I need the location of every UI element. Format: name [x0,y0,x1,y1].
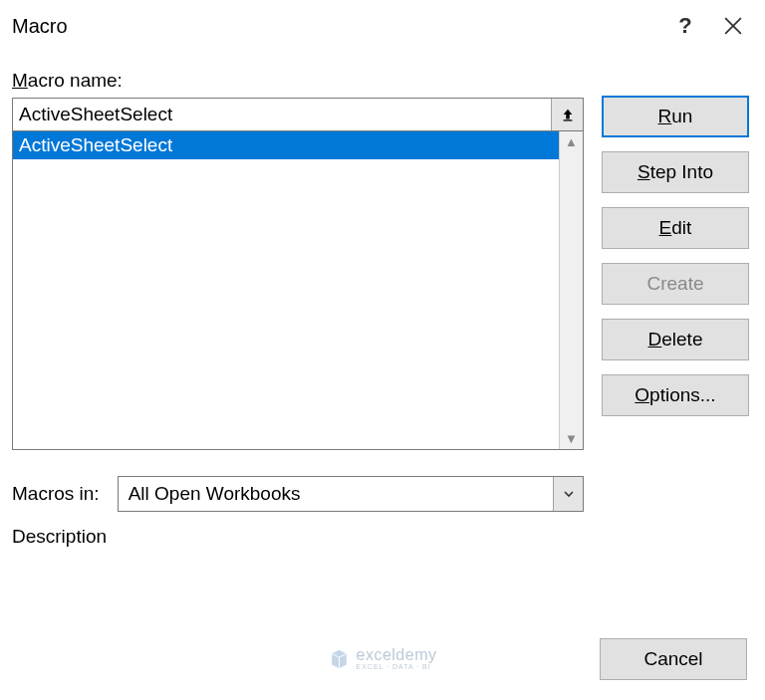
run-button[interactable]: Run [602,96,749,137]
close-icon [724,17,742,35]
dropdown-button[interactable] [553,477,583,511]
macro-name-row [12,98,584,131]
watermark: exceldemy EXCEL · DATA · BI [329,647,437,670]
left-panel: Macro name: ActiveSheetSelect ▲ ▼ Macros… [12,64,584,548]
footer: Cancel [600,638,747,680]
button-panel: Run Step Into Edit Create Delete Options… [602,64,749,548]
watermark-text: exceldemy [357,647,437,663]
macros-in-select[interactable]: All Open Workbooks [118,476,584,512]
macros-in-row: Macros in: All Open Workbooks [12,476,584,512]
scroll-up-icon[interactable]: ▲ [565,135,578,148]
scroll-down-icon[interactable]: ▼ [565,432,578,445]
arrow-up-icon [561,108,575,121]
delete-button[interactable]: Delete [602,319,749,360]
macro-name-label: Macro name: [12,70,584,92]
edit-button[interactable]: Edit [602,207,749,249]
reference-button[interactable] [551,99,583,130]
title-bar: Macro ? [0,0,765,52]
macro-listbox[interactable]: ActiveSheetSelect ▲ ▼ [12,131,584,450]
step-into-button[interactable]: Step Into [602,151,749,193]
dialog-title: Macro [12,15,661,38]
description-label: Description [12,526,584,548]
list-item[interactable]: ActiveSheetSelect [13,131,559,159]
macro-list-content: ActiveSheetSelect [13,131,559,449]
cancel-button[interactable]: Cancel [600,638,747,680]
scrollbar[interactable]: ▲ ▼ [559,131,583,449]
macros-in-label: Macros in: [12,483,100,505]
chevron-down-icon [563,488,575,500]
macros-in-value: All Open Workbooks [119,477,553,511]
options-button[interactable]: Options... [602,374,749,416]
help-button[interactable]: ? [661,13,709,39]
macro-name-input[interactable] [13,99,551,130]
exceldemy-icon [329,648,351,670]
watermark-subtext: EXCEL · DATA · BI [357,663,437,670]
close-button[interactable] [709,6,757,46]
create-button: Create [602,263,749,305]
svg-rect-2 [563,119,572,120]
